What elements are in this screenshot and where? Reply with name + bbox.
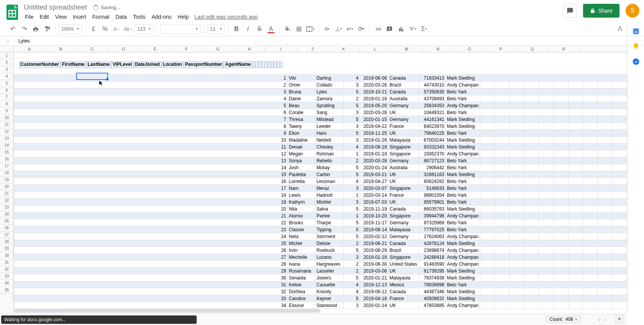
cell[interactable]: Lozano [315, 254, 343, 261]
cell[interactable] [583, 268, 597, 274]
cell[interactable] [495, 171, 509, 178]
cell[interactable] [524, 178, 539, 185]
cell[interactable] [612, 130, 627, 137]
cell[interactable] [509, 219, 524, 226]
cell[interactable]: Pauletta [288, 171, 315, 178]
cell[interactable]: 2019-03-21 [360, 171, 388, 178]
cell[interactable] [480, 171, 495, 178]
cell[interactable]: 44161341 [419, 116, 445, 123]
cell[interactable] [524, 192, 539, 199]
cell[interactable] [495, 82, 509, 88]
cell[interactable] [568, 281, 583, 288]
cell[interactable]: 30 [14, 274, 288, 281]
font-size-select[interactable]: 11▼ [207, 24, 225, 34]
cell[interactable]: 2019-12-13 [360, 281, 388, 288]
cell[interactable]: Senaida [288, 274, 315, 281]
cell[interactable] [583, 178, 597, 185]
cell[interactable]: 2019-01-16 [360, 95, 388, 102]
cell[interactable]: 8 [14, 123, 288, 130]
cell[interactable]: 14 [14, 164, 288, 171]
cell[interactable] [495, 95, 509, 102]
cell[interactable] [280, 61, 283, 68]
cell[interactable] [598, 219, 612, 226]
cell[interactable]: 6 [14, 109, 288, 116]
row-header-15[interactable]: 15 [0, 149, 13, 156]
cell[interactable] [480, 219, 495, 226]
filter-button[interactable]: ▾ [407, 24, 417, 34]
row-header-32[interactable]: 32 [0, 266, 13, 273]
cell[interactable]: Alonso [288, 212, 315, 219]
cell[interactable]: Beto Yark [446, 199, 480, 206]
cell[interactable] [554, 88, 568, 95]
cell[interactable] [583, 95, 597, 102]
cell[interactable]: 3 [344, 254, 360, 261]
formula-input[interactable] [16, 38, 644, 44]
cell[interactable] [612, 192, 627, 199]
col-header-P[interactable]: P [485, 46, 517, 52]
menu-help[interactable]: Help [175, 13, 192, 21]
cell[interactable]: 2020-01-15 [360, 116, 388, 123]
cell[interactable] [612, 212, 627, 219]
cell[interactable] [568, 88, 583, 95]
cell[interactable] [524, 144, 539, 150]
cell[interactable] [524, 130, 539, 137]
cell[interactable] [509, 157, 524, 164]
cell[interactable]: 2019-10-21 [360, 88, 388, 95]
cell[interactable] [568, 171, 583, 178]
cell[interactable]: 31 [14, 281, 288, 288]
cell[interactable] [612, 288, 627, 295]
cell[interactable]: 24 [14, 233, 288, 240]
cell[interactable]: 4 [344, 281, 360, 288]
cell[interactable]: 22 [14, 219, 288, 226]
cell[interactable] [568, 116, 583, 123]
cell[interactable] [583, 157, 597, 164]
row-header-33[interactable]: 33 [0, 273, 13, 280]
cell[interactable] [554, 247, 568, 254]
cell[interactable]: 5 [344, 102, 360, 109]
cell[interactable]: 4 [344, 288, 360, 295]
row-header-30[interactable]: 30 [0, 252, 13, 259]
row-header-18[interactable]: 18 [0, 170, 13, 176]
cell[interactable]: Thresa [288, 116, 315, 123]
cell[interactable] [495, 295, 509, 302]
cell[interactable] [612, 178, 627, 185]
cell[interactable]: 4 [14, 95, 288, 102]
cell[interactable]: Canada [388, 288, 419, 295]
cell[interactable]: Storment [315, 233, 343, 240]
cell[interactable]: Beto Yark [446, 164, 480, 171]
cell[interactable] [480, 102, 495, 109]
cell[interactable] [539, 178, 553, 185]
cell[interactable] [539, 268, 553, 274]
col-header-E[interactable]: E [140, 46, 171, 52]
cell[interactable] [539, 219, 553, 226]
cell[interactable] [480, 137, 495, 144]
cell[interactable] [583, 123, 597, 130]
cell[interactable]: Madaline [288, 137, 315, 144]
cell[interactable] [509, 268, 524, 274]
cell[interactable] [539, 95, 553, 102]
cell[interactable]: Tharpe [315, 219, 343, 226]
row-header-24[interactable]: 24 [0, 211, 13, 218]
cell[interactable]: 12 [14, 150, 288, 157]
cell[interactable]: 5 [344, 274, 360, 281]
cell[interactable]: Dorthea [288, 288, 315, 295]
col-header-N[interactable]: N [422, 46, 454, 52]
cell[interactable]: 17 [14, 185, 288, 192]
cell[interactable] [554, 219, 568, 226]
cell[interactable] [524, 295, 539, 302]
cell[interactable]: Andy Champan [446, 212, 480, 219]
menu-tools[interactable]: Tools [130, 13, 148, 21]
number-format-select[interactable]: 123▼ [135, 24, 154, 34]
select-all-corner[interactable] [0, 46, 14, 52]
cell[interactable] [598, 123, 612, 130]
cell[interactable]: 5 [344, 226, 360, 233]
cell[interactable] [598, 75, 612, 82]
cell[interactable]: 13 [14, 157, 288, 164]
cell[interactable] [554, 185, 568, 192]
keep-icon[interactable] [632, 42, 640, 50]
row-header-10[interactable]: 10 [0, 114, 13, 121]
last-edit-link[interactable]: Last edit was seconds ago [194, 14, 258, 20]
cell[interactable]: 78374938 [419, 274, 445, 281]
row-header-19[interactable]: 19 [0, 176, 13, 183]
cell[interactable] [598, 109, 612, 116]
